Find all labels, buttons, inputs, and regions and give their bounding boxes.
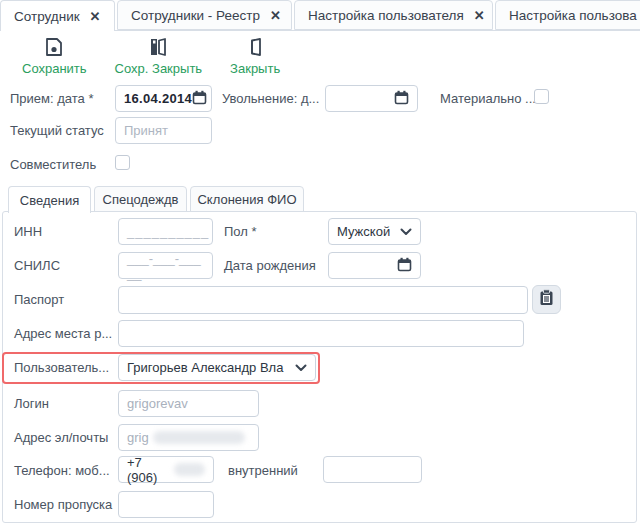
mobile-phone-field[interactable]: +7 (906) bbox=[118, 456, 214, 483]
user-select[interactable]: Григорьев Александр Вла bbox=[118, 354, 316, 381]
birth-address-label: Адрес места р... bbox=[14, 326, 112, 341]
snils-field[interactable]: ___-___-___ __ bbox=[118, 252, 213, 279]
close-icon[interactable]: ✕ bbox=[270, 9, 281, 22]
login-field[interactable]: grigorevav bbox=[118, 390, 259, 417]
current-status-label: Текущий статус bbox=[10, 123, 104, 138]
document-tabstrip: Сотрудник ✕ Сотрудники - Реестр ✕ Настро… bbox=[0, 0, 640, 31]
save-button[interactable]: Сохранить bbox=[22, 36, 87, 76]
hire-date-value: 16.04.2014 bbox=[124, 91, 192, 106]
close-icon[interactable]: ✕ bbox=[90, 10, 101, 23]
part-time-label: Совместитель bbox=[10, 157, 96, 172]
tab-label: Склонения ФИО bbox=[197, 192, 296, 207]
close-icon[interactable]: ✕ bbox=[474, 9, 485, 22]
calendar-icon[interactable] bbox=[192, 90, 207, 108]
tab-label: Спецодеждв bbox=[103, 192, 179, 207]
tab-workwear[interactable]: Спецодеждв bbox=[94, 186, 187, 212]
save-and-close-icon bbox=[147, 36, 169, 58]
save-close-button-label: Сохр. Закрыть bbox=[115, 61, 203, 76]
materially-responsible-checkbox[interactable] bbox=[534, 89, 549, 104]
save-button-label: Сохранить bbox=[22, 61, 87, 76]
inn-field[interactable]: __________ bbox=[118, 218, 213, 245]
clipboard-icon bbox=[538, 289, 555, 310]
part-time-checkbox[interactable] bbox=[115, 155, 130, 170]
current-status-field[interactable] bbox=[115, 117, 212, 144]
chevron-down-icon bbox=[295, 360, 307, 375]
hire-date-label: Прием: дата * bbox=[10, 91, 93, 106]
user-value: Григорьев Александр Вла bbox=[127, 360, 283, 375]
inn-mask: __________ bbox=[127, 224, 209, 239]
tab-label: Сотрудники - Реестр bbox=[131, 8, 260, 23]
tab-employee[interactable]: Сотрудник ✕ bbox=[0, 0, 115, 31]
email-label: Адрес эл/почты bbox=[14, 430, 108, 445]
dismissal-date-label: Увольнение: д... bbox=[222, 91, 319, 106]
hire-date-field[interactable]: 16.04.2014 bbox=[115, 85, 212, 112]
tab-details[interactable]: Сведения bbox=[8, 186, 91, 213]
login-value: grigorevav bbox=[127, 396, 188, 411]
inn-label: ИНН bbox=[14, 224, 42, 239]
user-label: Пользователь... bbox=[14, 360, 109, 375]
login-label: Логин bbox=[14, 396, 49, 411]
door-close-icon bbox=[244, 36, 266, 58]
tab-employees-registry[interactable]: Сотрудники - Реестр ✕ bbox=[117, 0, 292, 30]
tab-name-declension[interactable]: Склонения ФИО bbox=[190, 186, 304, 212]
gender-label: Пол * bbox=[224, 224, 257, 239]
pass-number-label: Номер пропуска bbox=[14, 497, 112, 512]
redaction-smudge bbox=[153, 431, 245, 444]
redaction-smudge bbox=[174, 463, 205, 476]
dismissal-date-field[interactable] bbox=[325, 85, 418, 112]
tab-label: Настройка пользова bbox=[509, 8, 637, 23]
close-button-label: Закрыть bbox=[230, 61, 280, 76]
calendar-icon[interactable] bbox=[394, 90, 409, 108]
birthdate-field[interactable] bbox=[328, 252, 421, 279]
tab-label: Настройка пользователя bbox=[308, 8, 464, 23]
tab-label: Сотрудник bbox=[14, 9, 80, 24]
passport-field[interactable] bbox=[118, 286, 528, 314]
phone-value-visible: +7 (906) bbox=[127, 455, 170, 485]
tab-user-settings-2[interactable]: Настройка пользова bbox=[495, 0, 640, 30]
email-value-visible: grig bbox=[127, 430, 149, 445]
toolbar: Сохранить Сохр. Закрыть Закрыть bbox=[22, 36, 280, 76]
passport-label: Паспорт bbox=[14, 292, 64, 307]
save-close-button[interactable]: Сохр. Закрыть bbox=[115, 36, 203, 76]
gender-value: Мужской bbox=[337, 224, 390, 239]
gender-select[interactable]: Мужской bbox=[328, 218, 421, 245]
snils-mask: ___-___-___ __ bbox=[127, 251, 204, 281]
calendar-icon[interactable] bbox=[397, 257, 412, 275]
employee-card-window: Сотрудник ✕ Сотрудники - Реестр ✕ Настро… bbox=[0, 0, 640, 531]
close-button[interactable]: Закрыть bbox=[230, 36, 280, 76]
tab-user-settings-1[interactable]: Настройка пользователя ✕ bbox=[294, 0, 493, 30]
internal-phone-label: внутренний bbox=[228, 463, 298, 478]
mobile-phone-label: Телефон: моб... bbox=[14, 463, 110, 478]
chevron-down-icon bbox=[400, 224, 412, 239]
birth-address-field[interactable] bbox=[118, 320, 524, 347]
copy-passport-button[interactable] bbox=[532, 285, 561, 314]
materially-responsible-label: Материально ... bbox=[440, 91, 536, 106]
tab-label: Сведения bbox=[20, 193, 79, 208]
internal-phone-field[interactable] bbox=[323, 456, 422, 483]
birthdate-label: Дата рождения bbox=[224, 258, 316, 273]
email-field[interactable]: grig bbox=[118, 424, 259, 451]
pass-number-field[interactable] bbox=[118, 491, 214, 518]
save-icon bbox=[43, 36, 65, 58]
snils-label: СНИЛС bbox=[14, 258, 60, 273]
